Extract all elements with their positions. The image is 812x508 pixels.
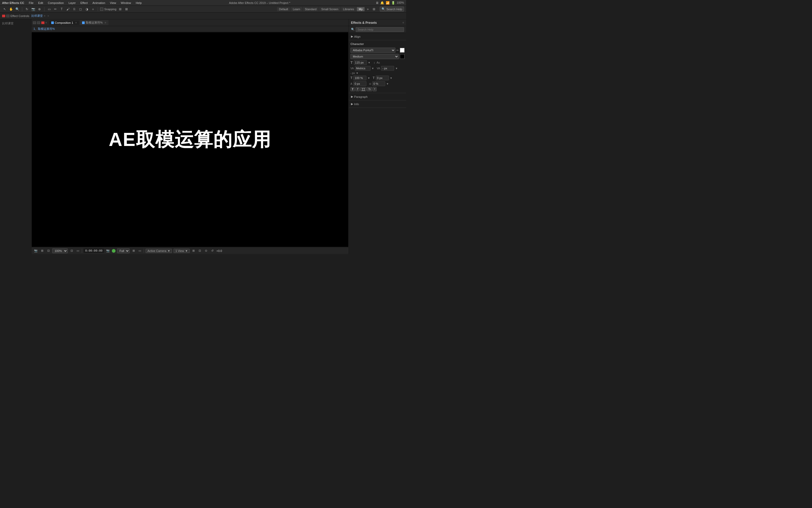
workspace-libraries[interactable]: Libraries: [341, 7, 356, 11]
menu-animation[interactable]: Animation: [90, 1, 107, 5]
style-btn-1[interactable]: T: [355, 87, 360, 91]
workspace-panel-btn[interactable]: ⊞: [371, 6, 377, 12]
menu-edit[interactable]: Edit: [36, 1, 45, 5]
font-family-select[interactable]: Alibaba PuHuiTi: [350, 48, 395, 53]
workspace-standard[interactable]: Standard: [303, 7, 319, 11]
menu-layer[interactable]: Layer: [66, 1, 78, 5]
active-camera-select[interactable]: Active Camera ▼: [146, 249, 172, 253]
baseline-chevron: ▼: [356, 72, 359, 75]
font-color-swatch[interactable]: [400, 48, 404, 52]
workspace-default[interactable]: Default: [277, 7, 290, 11]
workspace-my[interactable]: My: [357, 7, 365, 11]
kerning-icon: VA: [350, 67, 354, 70]
font-size-input[interactable]: [354, 60, 367, 65]
align-section-label[interactable]: ▶ Align: [351, 34, 404, 39]
snapping-checkbox[interactable]: [100, 8, 103, 11]
style-btn-2[interactable]: TT: [360, 87, 366, 91]
tool-roto[interactable]: ◑: [84, 6, 89, 12]
tool-pen[interactable]: ✏: [53, 6, 58, 12]
tool-camera[interactable]: 📷: [31, 6, 36, 12]
menu-help[interactable]: Help: [134, 1, 144, 5]
tool-hand[interactable]: ✋: [8, 6, 13, 12]
panel-menu-btn[interactable]: ≡: [44, 14, 45, 17]
search-help-field[interactable]: 🔍 Search Help: [380, 6, 404, 11]
app-title: Adobe After Effects CC 2019 – Untitled P…: [144, 1, 375, 4]
font-edit-icon[interactable]: ✏: [396, 49, 399, 52]
breadcrumb-item[interactable]: 1、取模运算符%: [34, 27, 55, 31]
style-btn-3[interactable]: Tr: [367, 87, 372, 91]
tab-icon-red: [41, 22, 44, 24]
font-weight-select[interactable]: Medium: [350, 54, 399, 59]
tool-clone[interactable]: ⎘: [71, 6, 77, 12]
kerning-input[interactable]: [355, 66, 371, 71]
workspace-more[interactable]: »: [365, 6, 370, 12]
viewer-snap-btn[interactable]: 📷: [106, 249, 110, 253]
tool-rect[interactable]: ▭: [47, 6, 52, 12]
baseline-shift-input[interactable]: [353, 81, 367, 86]
search-icon-right: 🔍: [351, 28, 355, 31]
comp-tab-menu-1[interactable]: ≡: [105, 21, 106, 24]
viewer-camera-btn[interactable]: 📷: [34, 249, 38, 253]
viewer-reset-btn[interactable]: ↺: [210, 249, 215, 253]
font-size-icon: T: [350, 60, 353, 65]
tab-hamburger[interactable]: ≡: [45, 21, 47, 24]
menu-effect[interactable]: Effect: [79, 1, 90, 5]
effects-search-input[interactable]: [356, 27, 404, 32]
project-label: 比邻课堂: [1, 20, 30, 27]
tool-rotate[interactable]: ↻: [24, 6, 30, 12]
menu-composition[interactable]: Composition: [46, 1, 66, 5]
viewer-grid-btn[interactable]: ⊞: [40, 249, 44, 253]
paragraph-section-label[interactable]: ▶ Paragraph: [351, 94, 404, 99]
tracking-chevron: ▼: [395, 67, 398, 70]
viewer-glass-btn[interactable]: ⊙: [204, 249, 208, 253]
viewer-region-btn[interactable]: ▭: [138, 249, 142, 253]
viewer-roi-btn[interactable]: ▭: [76, 249, 80, 253]
viewer-color-btn[interactable]: [112, 249, 115, 253]
info-chevron: ▶: [351, 102, 353, 106]
comp-tab-menu-0[interactable]: ≡: [75, 21, 77, 24]
viewer-fit-btn[interactable]: ⊡: [69, 249, 74, 253]
tool-snap-extra2[interactable]: ⊠: [124, 6, 129, 12]
tool-select[interactable]: ↖: [2, 6, 7, 12]
tool-zoom[interactable]: 🔍: [15, 6, 20, 12]
workspace-learn[interactable]: Learn: [291, 7, 302, 11]
style-btn-0[interactable]: T: [350, 87, 355, 91]
tracking-input[interactable]: [381, 66, 394, 71]
style-btn-4[interactable]: T: [373, 87, 377, 91]
tool-text[interactable]: T: [59, 6, 64, 12]
panel-expand-btn[interactable]: »: [48, 14, 49, 17]
comp-breadcrumb: 1、取模运算符%: [31, 26, 349, 32]
view-select[interactable]: 1 View ▼: [174, 249, 190, 253]
menu-view[interactable]: View: [108, 1, 118, 5]
font-stroke-swatch[interactable]: [400, 54, 404, 59]
info-section-label[interactable]: ▶ Info: [351, 101, 404, 107]
scale-v-chevron: ▼: [390, 77, 392, 80]
zoom-select[interactable]: 100%: [52, 249, 68, 253]
tool-snap-extra1[interactable]: ⊞: [117, 6, 123, 12]
viewer-render-btn[interactable]: ⊞: [191, 249, 196, 253]
snapping-control[interactable]: Snapping: [100, 8, 116, 11]
comp-tab-0[interactable]: Composition 1 ≡: [49, 21, 79, 25]
comp-tab-1[interactable]: 取模运算符% ≡: [80, 20, 108, 25]
red-indicator: [2, 15, 5, 17]
viewer-3d-btn[interactable]: ⊡: [198, 249, 202, 253]
effects-panel-menu[interactable]: ≡: [402, 21, 404, 24]
tsume-input[interactable]: [372, 81, 385, 86]
timecode-display[interactable]: 0:00:00:00: [84, 249, 104, 253]
tool-eraser[interactable]: ◻: [78, 6, 83, 12]
tool-puppet[interactable]: ⟡: [90, 6, 96, 12]
viewer-fast-preview[interactable]: ⊞: [131, 249, 136, 253]
search-help-label: Search Help: [386, 8, 402, 11]
monitor-icon: 🖥: [376, 1, 379, 5]
character-title: Character: [350, 42, 404, 46]
quality-select[interactable]: Full: [117, 249, 130, 253]
menu-file[interactable]: File: [27, 1, 36, 5]
scale-h-input[interactable]: [353, 76, 367, 80]
tool-paint[interactable]: 🖌: [65, 6, 70, 12]
menu-window[interactable]: Window: [118, 1, 133, 5]
scale-v-input[interactable]: [376, 76, 389, 80]
workspace-smallscreen[interactable]: Small Screen: [319, 7, 340, 11]
tool-pan-behind[interactable]: ⊕: [37, 6, 42, 12]
info-label: Info: [354, 102, 359, 106]
viewer-channels-btn[interactable]: ⊡: [46, 249, 51, 253]
